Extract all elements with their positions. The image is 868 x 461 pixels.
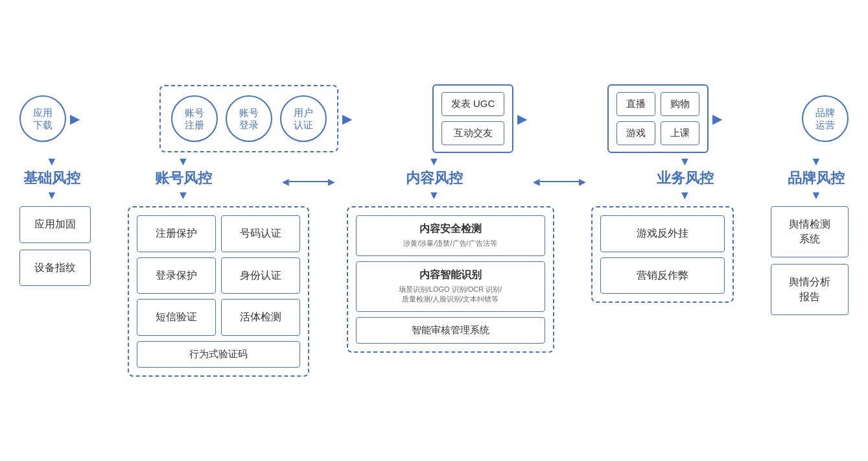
circle-brand: 品牌运营 xyxy=(802,95,849,142)
item-game: 游戏 xyxy=(616,121,655,145)
solid-content-group: 发表 UGC 互动交友 xyxy=(432,84,514,153)
label-biz: 业务风控 xyxy=(657,169,714,188)
label-account: 账号风控 xyxy=(155,169,212,188)
col-biz-services: 游戏反外挂 营销反作弊 xyxy=(591,206,734,303)
circle-download: 应用下载 xyxy=(19,95,66,142)
label-brand: 品牌风控 xyxy=(788,169,845,188)
col-content-services: 内容安全检测 涉黄/涉暴/违禁/广告/广告法等 内容智能识别 场景识别/LOGO… xyxy=(347,206,554,352)
node-brand: 品牌运营 xyxy=(802,95,849,142)
box-public-opinion-sys: 舆情检测系统 xyxy=(771,206,849,257)
down-arrow-4b: ▼ xyxy=(679,189,691,201)
box-liveness: 活体检测 xyxy=(221,299,300,335)
biz-service-list: 游戏反外挂 营销反作弊 xyxy=(600,215,725,294)
box-content-security: 内容安全检测 涉黄/涉暴/违禁/广告/广告法等 xyxy=(356,215,545,255)
down-arrow-5b: ▼ xyxy=(810,189,822,201)
solid-business-group: 直播 购物 游戏 上课 xyxy=(607,84,709,153)
down-arrow-1: ▼ xyxy=(46,156,58,167)
content-dashed-box: 内容安全检测 涉黄/涉暴/违禁/广告/广告法等 内容智能识别 场景识别/LOGO… xyxy=(347,206,554,352)
group-business: 直播 购物 游戏 上课 ▶ xyxy=(607,84,726,153)
box-id-auth: 身份认证 xyxy=(221,257,300,294)
circle-auth: 用户认证 xyxy=(280,95,327,142)
top-flow-row: 应用下载 ▶ 账号注册 账号登录 用户认证 ▶ 发表 UGC 互动交友 ▶ 直播… xyxy=(13,84,855,153)
group-account: 账号注册 账号登录 用户认证 ▶ xyxy=(159,85,356,152)
col-account-services: 注册保护 号码认证 登录保护 身份认证 短信验证 活体检测 行为式验证码 xyxy=(128,206,309,376)
box-reg-protect: 注册保护 xyxy=(137,215,216,252)
item-social: 互动交友 xyxy=(441,121,505,145)
box-sms: 短信验证 xyxy=(137,299,216,335)
item-shop: 购物 xyxy=(661,92,699,116)
label-content: 内容风控 xyxy=(406,169,463,188)
box-game-cheat: 游戏反外挂 xyxy=(600,215,725,252)
down-arrow-3b: ▼ xyxy=(428,189,440,201)
down-arrow-2: ▼ xyxy=(178,156,189,167)
content-service-list: 内容安全检测 涉黄/涉暴/违禁/广告/广告法等 内容智能识别 场景识别/LOGO… xyxy=(356,215,545,343)
diagram: 应用下载 ▶ 账号注册 账号登录 用户认证 ▶ 发表 UGC 互动交友 ▶ 直播… xyxy=(13,84,855,376)
circle-login: 账号登录 xyxy=(226,95,272,142)
account-grid: 注册保护 号码认证 登录保护 身份认证 短信验证 活体检测 行为式验证码 xyxy=(137,215,300,367)
cat-biz: ▼ 业务风控 ▼ xyxy=(657,156,714,201)
cat-basic: ▼ 基础风控 ▼ xyxy=(19,156,84,201)
box-content-ai: 内容智能识别 场景识别/LOGO 识别/OCR 识别/质量检测/人脸识别/文本纠… xyxy=(356,261,545,312)
item-ugc: 发表 UGC xyxy=(441,92,505,116)
down-arrow-5: ▼ xyxy=(810,156,822,167)
down-arrow-2b: ▼ xyxy=(178,189,189,201)
content-sec-title: 内容安全检测 xyxy=(366,222,535,236)
down-arrow-3: ▼ xyxy=(428,156,440,167)
cat-account: ▼ 账号风控 ▼ xyxy=(155,156,212,201)
circle-register: 账号注册 xyxy=(171,95,218,142)
biz-dashed-box: 游戏反外挂 营销反作弊 xyxy=(591,206,734,303)
account-dashed-box: 注册保护 号码认证 登录保护 身份认证 短信验证 活体检测 行为式验证码 xyxy=(128,206,309,376)
arrow-3: ▶ xyxy=(517,111,527,126)
box-login-protect: 登录保护 xyxy=(137,257,216,294)
col-basic-services: 应用加固 设备指纹 xyxy=(19,206,91,286)
item-live: 直播 xyxy=(616,92,655,116)
group-content: 发表 UGC 互动交友 ▶ xyxy=(432,84,532,153)
box-num-auth: 号码认证 xyxy=(221,215,300,252)
cat-content: ▼ 内容风控 ▼ xyxy=(406,156,463,201)
arrow-2: ▶ xyxy=(342,111,352,126)
label-basic: 基础风控 xyxy=(23,169,80,188)
item-class: 上课 xyxy=(661,121,699,145)
content-ai-sub: 场景识别/LOGO 识别/OCR 识别/质量检测/人脸识别/文本纠错等 xyxy=(366,285,535,305)
dashed-account-group: 账号注册 账号登录 用户认证 xyxy=(159,85,338,152)
down-arrow-1b: ▼ xyxy=(46,189,58,201)
audit-label: 智能审核管理系统 xyxy=(366,324,535,337)
box-public-opinion-report: 舆情分析报告 xyxy=(771,264,849,315)
box-app-hardening: 应用加固 xyxy=(19,206,91,242)
down-arrow-4: ▼ xyxy=(679,156,691,167)
box-marketing-fraud: 营销反作弊 xyxy=(600,257,725,294)
box-audit-mgmt: 智能审核管理系统 xyxy=(356,317,545,344)
arrow-1: ▶ xyxy=(70,111,80,126)
col-brand-services: 舆情检测系统 舆情分析报告 xyxy=(771,206,849,315)
box-device-fingerprint: 设备指纹 xyxy=(19,250,91,286)
cat-brand: ▼ 品牌风控 ▼ xyxy=(784,156,849,201)
content-ai-title: 内容智能识别 xyxy=(366,268,535,282)
node-download: 应用下载 ▶ xyxy=(19,95,84,142)
box-captcha: 行为式验证码 xyxy=(137,341,300,368)
arrow-4: ▶ xyxy=(712,111,722,126)
content-sec-sub: 涉黄/涉暴/违禁/广告/广告法等 xyxy=(366,239,535,248)
